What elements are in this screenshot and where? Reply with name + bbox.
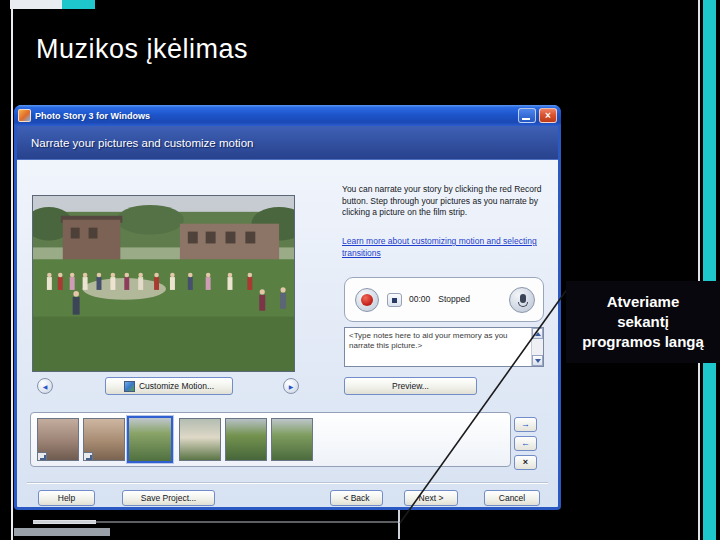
callout-line-2: sekantį xyxy=(566,312,720,332)
previous-picture-button[interactable]: ◀ xyxy=(37,378,53,394)
scroll-up-icon[interactable] xyxy=(532,328,543,339)
move-picture-forward-button[interactable]: → xyxy=(514,417,537,432)
stop-icon xyxy=(392,298,397,303)
minimize-icon xyxy=(522,118,530,120)
filmstrip-thumbnail-2[interactable] xyxy=(83,418,125,461)
motion-indicator-icon xyxy=(83,452,93,461)
record-time-display: 00:00Stopped xyxy=(409,294,470,304)
instructions-text: You can narrate your story by clicking t… xyxy=(342,184,546,219)
filmstrip-thumbnail-3-selected[interactable] xyxy=(127,416,173,463)
microphone-level-indicator xyxy=(509,287,535,313)
slide-title: Muzikos įkėlimas xyxy=(36,34,248,65)
callout-line-1: Atveriame xyxy=(566,292,720,312)
callout-box: Atveriame sekantį programos langą xyxy=(566,281,720,363)
filmstrip-thumbnail-6[interactable] xyxy=(271,418,313,461)
microphone-icon xyxy=(520,294,526,303)
remove-picture-button[interactable]: × xyxy=(514,455,537,470)
next-button[interactable]: Next > xyxy=(404,490,458,506)
close-icon: × xyxy=(545,111,551,121)
photo-image xyxy=(33,196,294,371)
arrow-right-icon: → xyxy=(521,420,530,429)
back-button[interactable]: < Back xyxy=(330,490,383,506)
top-accent-bar-white xyxy=(10,0,62,9)
customize-motion-label: Customize Motion... xyxy=(139,381,214,391)
customize-motion-button[interactable]: Customize Motion... xyxy=(105,377,233,395)
bottom-accent-bar-gray xyxy=(14,528,110,536)
remove-icon: × xyxy=(523,458,528,467)
minimize-button[interactable] xyxy=(518,108,536,123)
window-titlebar[interactable]: Photo Story 3 for Windows × xyxy=(14,105,561,126)
chevron-left-icon: ◀ xyxy=(43,383,48,390)
filmstrip-thumbnail-1[interactable] xyxy=(37,418,79,461)
learn-more-link[interactable]: Learn more about customizing motion and … xyxy=(342,236,546,259)
save-project-label: Save Project... xyxy=(141,493,196,503)
callout-line-3: programos langą xyxy=(566,332,720,352)
record-icon xyxy=(361,294,373,306)
cancel-button-label: Cancel xyxy=(499,493,525,503)
photostory-icon xyxy=(18,109,31,122)
record-status: Stopped xyxy=(438,294,470,304)
right-edge-line xyxy=(698,0,700,540)
wizard-header: Narrate your pictures and customize moti… xyxy=(17,126,558,160)
customize-motion-icon xyxy=(124,381,135,392)
notes-scrollbar[interactable] xyxy=(531,328,543,366)
stop-button[interactable] xyxy=(387,293,402,307)
move-picture-backward-button[interactable]: ← xyxy=(514,436,537,451)
bottom-accent-bar-white xyxy=(33,520,96,524)
filmstrip-thumbnail-5[interactable] xyxy=(225,418,267,461)
help-button-label: Help xyxy=(58,493,75,503)
help-button[interactable]: Help xyxy=(38,490,95,506)
close-button[interactable]: × xyxy=(539,108,557,123)
bottom-divider xyxy=(27,482,548,484)
notes-textarea[interactable]: <Type notes here to aid your memory as y… xyxy=(344,327,544,367)
window-title: Photo Story 3 for Windows xyxy=(35,111,515,121)
preview-button-label: Preview... xyxy=(392,381,429,391)
cancel-button[interactable]: Cancel xyxy=(484,490,540,506)
next-picture-button[interactable]: ▶ xyxy=(283,378,299,394)
notes-hint-text: <Type notes here to aid your memory as y… xyxy=(349,331,527,351)
record-time: 00:00 xyxy=(409,294,430,304)
motion-indicator-icon xyxy=(37,452,47,461)
right-accent-bar-cyan xyxy=(703,0,716,540)
save-project-button[interactable]: Save Project... xyxy=(122,490,215,506)
top-accent-bar-cyan xyxy=(62,0,95,9)
preview-button[interactable]: Preview... xyxy=(344,377,477,395)
arrow-left-icon: ← xyxy=(521,439,530,448)
left-edge-line xyxy=(11,0,13,540)
next-button-label: Next > xyxy=(419,493,444,503)
slide: Muzikos įkėlimas Photo Story 3 for Windo… xyxy=(0,0,720,540)
record-button[interactable] xyxy=(355,288,379,312)
filmstrip-thumbnail-4[interactable] xyxy=(179,418,221,461)
photostory-window: Photo Story 3 for Windows × Narrate your… xyxy=(14,105,561,510)
photo-preview xyxy=(32,195,295,372)
back-button-label: < Back xyxy=(343,493,369,503)
scroll-down-icon[interactable] xyxy=(532,355,543,366)
record-panel: 00:00Stopped xyxy=(344,277,544,322)
wizard-header-title: Narrate your pictures and customize moti… xyxy=(31,137,253,149)
film-strip xyxy=(30,412,511,467)
chevron-right-icon: ▶ xyxy=(289,383,294,390)
